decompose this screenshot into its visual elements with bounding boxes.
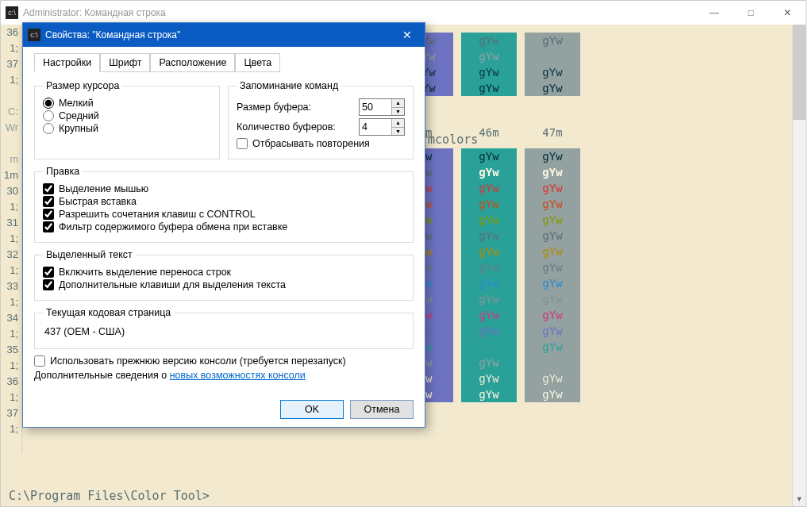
- console-titlebar[interactable]: c:\ Administrator: Командная строка ― □ …: [1, 1, 806, 25]
- edit-legend: Правка: [43, 166, 83, 177]
- console-app-icon: c:\: [6, 6, 18, 19]
- color-cell: gYw: [461, 48, 517, 64]
- history-legend: Запоминание команд: [237, 80, 341, 91]
- console-prompt: C:\Program Files\Color Tool>: [9, 489, 210, 503]
- color-cell: gYw: [461, 180, 517, 196]
- color-cell: gYw: [461, 259, 517, 275]
- console-title: Administrator: Командная строка: [23, 7, 166, 18]
- num-buffers-label: Количество буферов:: [237, 121, 359, 133]
- color-cell: gYw: [461, 80, 517, 96]
- discard-duplicates-checkbox[interactable]: Отбрасывать повторения: [237, 138, 405, 149]
- legacy-console-checkbox[interactable]: [34, 355, 45, 367]
- color-cell: gYw: [461, 291, 517, 307]
- color-cell: gYw: [525, 212, 580, 228]
- codepage-legend: Текущая кодовая страница: [43, 307, 174, 318]
- tab-расположение[interactable]: Расположение: [150, 53, 235, 72]
- color-cell: gYw: [461, 371, 517, 386]
- codepage-group: Текущая кодовая страница 437 (OEM - США): [34, 307, 414, 349]
- tab-шрифт[interactable]: Шрифт: [100, 53, 150, 72]
- color-cell: gYw: [461, 148, 517, 164]
- scroll-down-arrow[interactable]: ▼: [793, 493, 806, 506]
- color-cell: gYw: [525, 148, 580, 164]
- color-cell: gYw: [525, 33, 580, 48]
- cancel-button[interactable]: Отмена: [350, 400, 414, 419]
- color-cell: gYw: [525, 323, 580, 339]
- buffer-size-spinbox[interactable]: ▲▼: [359, 98, 405, 116]
- scrollbar-thumb[interactable]: [793, 25, 806, 120]
- color-cell: gYw: [525, 291, 580, 307]
- color-cell: gYw: [525, 80, 580, 96]
- color-cell: gYw: [525, 307, 580, 323]
- edit-option[interactable]: Разрешить сочетания клавиш с CONTROL: [43, 209, 405, 220]
- edit-options-group: Правка Выделение мышьюБыстрая вставкаРаз…: [34, 166, 414, 243]
- color-cell: gYw: [461, 64, 517, 80]
- command-history-group: Запоминание команд Размер буфера: ▲▼ Кол…: [228, 80, 414, 159]
- more-info-text: Дополнительные сведения о новых возможно…: [34, 370, 414, 381]
- color-cell: gYw: [461, 164, 517, 180]
- dialog-app-icon: c:\: [28, 29, 40, 41]
- color-cell: gYw: [525, 355, 580, 371]
- num-buffers-input[interactable]: [360, 119, 391, 135]
- spin-up-icon[interactable]: ▲: [392, 99, 404, 108]
- color-cell: gYw: [461, 386, 517, 402]
- color-cell: gYw: [525, 259, 580, 275]
- color-cell: gYw: [461, 275, 517, 291]
- color-cell: gYw: [461, 212, 517, 228]
- color-cell: gYw: [461, 33, 517, 48]
- cursor-size-option[interactable]: Мелкий: [43, 98, 211, 109]
- spin-down-icon[interactable]: ▼: [392, 108, 404, 116]
- color-cell: gYw: [461, 355, 517, 371]
- buffer-size-label: Размер буфера:: [237, 102, 359, 113]
- ok-button[interactable]: OK: [280, 400, 344, 419]
- codepage-value: 437 (OEM - США): [43, 323, 405, 340]
- selection-legend: Выделенный текст: [43, 249, 136, 260]
- console-gutter: 361;371;C:Wrm1m301;311;321;331;341;351;3…: [1, 25, 23, 506]
- color-cell: gYw: [525, 371, 580, 386]
- maximize-button[interactable]: □: [733, 1, 769, 25]
- color-cell: gYw: [525, 48, 580, 64]
- dialog-titlebar[interactable]: c:\ Свойства: "Командная строка" ✕: [23, 23, 425, 47]
- spin-up-icon[interactable]: ▲: [392, 119, 404, 128]
- num-buffers-spinbox[interactable]: ▲▼: [359, 118, 405, 136]
- selection-option[interactable]: Включить выделение переноса строк: [43, 267, 405, 278]
- vertical-scrollbar[interactable]: ▲ ▼: [792, 25, 806, 506]
- selection-option[interactable]: Дополнительные клавиши для выделения тек…: [43, 279, 405, 290]
- tab-цвета[interactable]: Цвета: [235, 53, 280, 72]
- cursor-size-group: Размер курсора МелкийСреднийКрупный: [34, 80, 220, 159]
- spin-down-icon[interactable]: ▼: [392, 128, 404, 136]
- edit-option[interactable]: Быстрая вставка: [43, 196, 405, 207]
- properties-dialog: c:\ Свойства: "Командная строка" ✕ Настр…: [22, 22, 425, 428]
- color-cell: gYw: [461, 228, 517, 244]
- color-cell: gYw: [461, 244, 517, 259]
- tab-strip: НастройкиШрифтРасположениеЦвета: [34, 53, 414, 72]
- column-header: 46m: [461, 101, 517, 147]
- cursor-size-option[interactable]: Средний: [43, 110, 211, 121]
- cursor-size-option[interactable]: Крупный: [43, 123, 211, 134]
- buffer-size-input[interactable]: [360, 99, 391, 115]
- dialog-title-text: Свойства: "Командная строка": [45, 29, 180, 40]
- color-cell: gYw: [525, 164, 580, 180]
- color-cell: gYw: [525, 244, 580, 259]
- edit-option[interactable]: Фильтр содержимого буфера обмена при вст…: [43, 221, 405, 232]
- color-cell: gYw: [525, 180, 580, 196]
- color-cell: gYw: [461, 323, 517, 339]
- legacy-console-label: Использовать прежнюю версию консоли (тре…: [50, 355, 346, 367]
- dialog-close-button[interactable]: ✕: [389, 23, 425, 47]
- color-cell: gYw: [525, 339, 580, 355]
- color-cell: gYw: [461, 307, 517, 323]
- color-cell: gYw: [525, 228, 580, 244]
- color-cell: gYw: [461, 339, 517, 355]
- color-cell: gYw: [525, 64, 580, 80]
- console-features-link[interactable]: новых возможностях консоли: [170, 370, 306, 381]
- color-cell: gYw: [525, 386, 580, 402]
- color-cell: gYw: [461, 196, 517, 212]
- edit-option[interactable]: Выделение мышью: [43, 183, 405, 194]
- minimize-button[interactable]: ―: [696, 1, 733, 25]
- text-selection-group: Выделенный текст Включить выделение пере…: [34, 249, 414, 301]
- tab-настройки[interactable]: Настройки: [34, 53, 100, 72]
- column-header: 47m: [525, 101, 580, 147]
- close-button[interactable]: ✕: [769, 1, 806, 25]
- cursor-size-legend: Размер курсора: [43, 80, 122, 91]
- color-cell: gYw: [525, 196, 580, 212]
- color-cell: gYw: [525, 275, 580, 291]
